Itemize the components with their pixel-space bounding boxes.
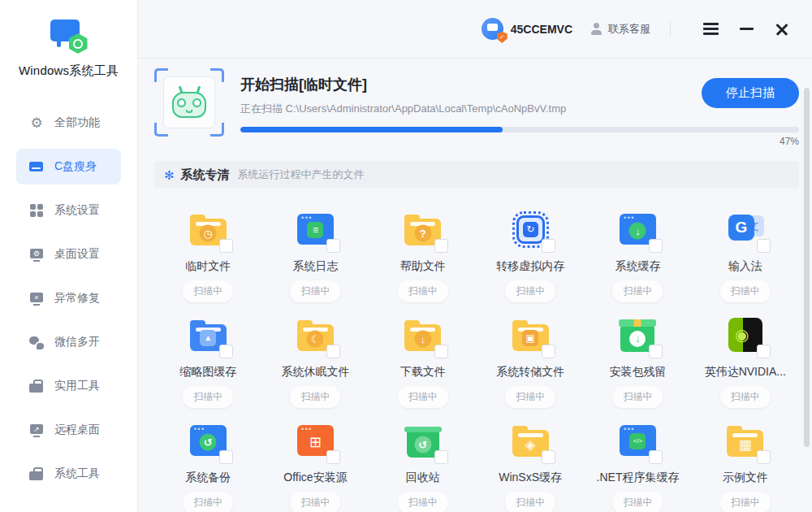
toolbox-icon: [29, 380, 44, 393]
sidebar-item-monitor-repair[interactable]: ×异常修复: [16, 280, 121, 316]
file-category-card[interactable]: ↓安装包残留扫描中: [584, 302, 691, 408]
category-status-badge: 扫描中: [612, 492, 663, 512]
recycle-bin-icon: ↺: [401, 419, 445, 462]
window-code-icon: •••</>: [615, 419, 659, 462]
sidebar-item-gear[interactable]: ⚙全部功能: [16, 105, 121, 141]
category-checkbox[interactable]: [219, 239, 233, 253]
translate-icon: 文G: [723, 208, 767, 250]
category-label: 示例文件: [723, 471, 768, 485]
sidebar-item-wechat[interactable]: 微信多开: [16, 324, 121, 360]
sidebar-item-disk[interactable]: C盘瘦身: [16, 149, 121, 184]
grid-icon: [29, 204, 44, 218]
category-status-badge: 扫描中: [505, 386, 555, 408]
category-checkbox[interactable]: [434, 345, 448, 358]
category-status-badge: 扫描中: [398, 386, 448, 408]
category-checkbox[interactable]: [434, 239, 448, 253]
category-status-badge: 扫描中: [612, 280, 663, 302]
sidebar-item-remote-desktop[interactable]: ↗远程桌面: [16, 412, 121, 448]
menu-button[interactable]: [698, 17, 723, 41]
file-category-card[interactable]: ▦示例文件扫描中: [692, 408, 799, 512]
window-download-icon: •••↓: [615, 208, 659, 250]
gear-icon: ⚙: [29, 116, 44, 130]
sidebar-item-label: 实用工具: [54, 379, 100, 393]
sidebar-item-label: 系统设置: [54, 203, 100, 218]
category-status-badge: 扫描中: [612, 386, 663, 408]
folder-thumb-icon: ▲: [186, 314, 230, 356]
close-button[interactable]: [770, 17, 794, 41]
shield-badge-icon: ✓: [497, 32, 508, 43]
spinner-icon: ✻: [164, 169, 175, 181]
category-checkbox[interactable]: [219, 450, 233, 464]
file-category-card[interactable]: ◉英伟达NVIDIA...扫描中: [692, 302, 799, 408]
category-label: 回收站: [406, 471, 440, 485]
box-install-icon: ↓: [615, 314, 659, 356]
sidebar-item-label: 异常修复: [54, 291, 100, 306]
file-category-card[interactable]: ↓下载文件扫描中: [369, 302, 477, 408]
category-checkbox[interactable]: [434, 450, 448, 464]
sidebar-item-grid[interactable]: 系统设置: [16, 193, 121, 228]
file-category-card[interactable]: •••↺系统备份扫描中: [154, 408, 261, 512]
category-checkbox[interactable]: [542, 239, 555, 253]
category-checkbox[interactable]: [649, 239, 663, 253]
category-checkbox[interactable]: [326, 239, 340, 253]
app-logo: Windows系统工具: [0, 0, 137, 79]
sidebar-item-label: 微信多开: [54, 335, 100, 349]
folder-dump-icon: ▣: [508, 314, 552, 356]
category-status-badge: 扫描中: [290, 280, 340, 302]
file-category-card[interactable]: ☾系统休眠文件扫描中: [261, 302, 369, 408]
section-subtitle: 系统运行过程中产生的文件: [238, 167, 365, 182]
contact-support-label: 联系客服: [608, 22, 650, 37]
folder-sample-icon: ▦: [723, 419, 767, 462]
stop-scan-button[interactable]: 停止扫描: [702, 78, 799, 108]
folder-clock-icon: ◷: [186, 208, 230, 250]
minimize-button[interactable]: [734, 17, 758, 41]
category-checkbox[interactable]: [219, 345, 233, 358]
wechat-icon: [29, 336, 44, 349]
file-category-card[interactable]: •••</>.NET程序集缓存扫描中: [584, 408, 691, 512]
category-checkbox[interactable]: [542, 345, 555, 358]
category-label: 系统日志: [292, 259, 338, 274]
file-category-card[interactable]: •••↓系统缓存扫描中: [584, 197, 691, 302]
category-checkbox[interactable]: [649, 345, 663, 358]
category-label: 安装包残留: [609, 365, 666, 380]
category-status-badge: 扫描中: [505, 492, 555, 512]
sidebar-item-briefcase[interactable]: 系统工具: [16, 456, 121, 492]
category-checkbox[interactable]: [542, 450, 555, 464]
minimize-icon: [740, 28, 754, 30]
account-button[interactable]: ✓ 45CCEMVC: [482, 18, 572, 40]
file-category-card[interactable]: ◷临时文件扫描中: [154, 197, 261, 302]
category-checkbox[interactable]: [757, 345, 771, 358]
category-checkbox[interactable]: [649, 450, 663, 464]
close-icon: [775, 22, 789, 37]
file-category-card[interactable]: ↻转移虚拟内存扫描中: [477, 197, 584, 302]
sidebar-item-toolbox[interactable]: 实用工具: [16, 368, 121, 404]
category-status-badge: 扫描中: [720, 386, 771, 408]
file-category-card[interactable]: •••≡系统日志扫描中: [261, 197, 369, 302]
category-checkbox[interactable]: [326, 345, 340, 358]
category-checkbox[interactable]: [757, 450, 771, 464]
file-category-card[interactable]: ↺回收站扫描中: [369, 408, 477, 512]
file-category-card[interactable]: ◈WinSxS缓存扫描中: [477, 408, 584, 512]
contact-support-button[interactable]: 联系客服: [590, 22, 650, 37]
hamburger-icon: [703, 23, 719, 25]
category-checkbox[interactable]: [757, 239, 771, 253]
category-label: .NET程序集缓存: [597, 471, 680, 485]
file-category-card[interactable]: ?帮助文件扫描中: [369, 197, 477, 302]
sidebar-item-label: 桌面设置: [54, 247, 100, 262]
app-window: Windows系统工具 ⚙全部功能C盘瘦身系统设置⚙桌面设置×异常修复微信多开实…: [0, 0, 812, 512]
progress-fill: [240, 127, 503, 132]
app-logo-icon: [49, 20, 89, 54]
file-category-card[interactable]: 文G输入法扫描中: [692, 197, 799, 302]
progress-bar: [240, 127, 799, 132]
monitor-repair-icon: ×: [29, 292, 44, 306]
category-label: 帮助文件: [400, 259, 446, 274]
category-label: 输入法: [728, 259, 762, 274]
file-category-card[interactable]: •••⊞Office安装源扫描中: [261, 408, 369, 512]
category-checkbox[interactable]: [326, 450, 340, 464]
sidebar-item-monitor-gear[interactable]: ⚙桌面设置: [16, 236, 121, 272]
progress-percent: 47%: [240, 136, 799, 147]
file-category-card[interactable]: ▲缩略图缓存扫描中: [154, 302, 261, 408]
scrollbar-thumb[interactable]: [804, 88, 810, 447]
file-category-card[interactable]: ▣系统转储文件扫描中: [477, 302, 584, 408]
category-status-badge: 扫描中: [398, 280, 448, 302]
